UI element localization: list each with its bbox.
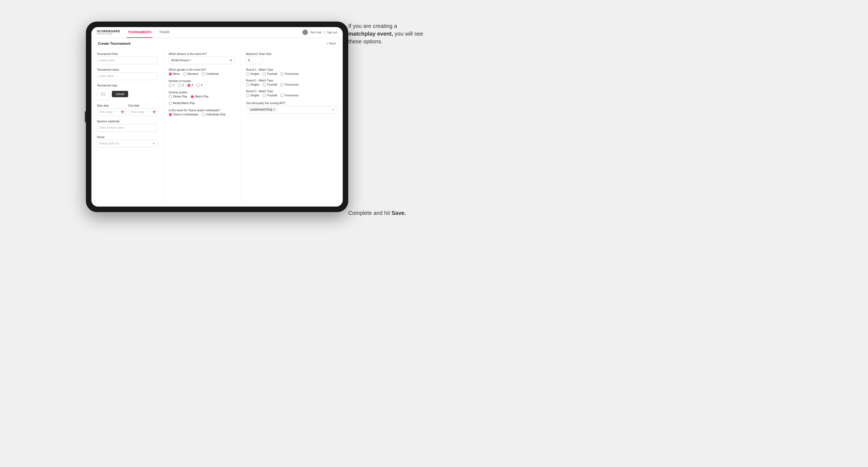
sponsor-label: Sponsor (optional) (97, 120, 157, 123)
chevron-down-icon: ▼ (153, 142, 155, 145)
footer-bar: Cancel Save (91, 206, 343, 207)
tournament-logo-group: Tournament logo Upload (97, 84, 157, 100)
navbar: SCOREBOARD Powered by clippit TOURNAMENT… (91, 27, 343, 38)
tab-teams[interactable]: TEAMS (158, 27, 171, 38)
r3-foursomes[interactable]: Foursomes (280, 94, 299, 97)
brand-title: SCOREBOARD (97, 30, 120, 33)
individuals-option[interactable]: Individuals Only (202, 113, 226, 116)
api-group: Use third-party live scoring API? Leader… (246, 102, 337, 114)
api-select-wrap[interactable]: Leaderboard King ✕ ▼ (246, 106, 337, 114)
nav-user-area: Test User | Sign out (302, 30, 337, 35)
tab-tournaments[interactable]: TOURNAMENTS (127, 27, 152, 38)
api-tag: Leaderboard King ✕ (249, 107, 277, 112)
scoring-stroke[interactable]: Stroke Play (169, 95, 187, 98)
r3-singles[interactable]: Singles (246, 94, 259, 97)
rounds-label: Number of rounds (169, 80, 235, 83)
r2-fourball[interactable]: Fourball (262, 83, 277, 87)
scoring-group: Scoring system Stroke Play Match Play Me… (169, 91, 235, 105)
r2-foursomes[interactable]: Foursomes (280, 83, 299, 87)
r2-singles[interactable]: Singles (246, 83, 259, 87)
round2-radio-group: Singles Fourball Foursomes (246, 83, 337, 87)
gender-womens[interactable]: Womens (183, 72, 198, 76)
r1-fourball[interactable]: Fourball (262, 72, 277, 76)
tournament-host-label: Tournament Host (97, 53, 157, 56)
venue-input[interactable] (97, 140, 157, 148)
tablet-screen: SCOREBOARD Powered by clippit TOURNAMENT… (91, 27, 343, 207)
r3-fourball[interactable]: Fourball (262, 94, 277, 97)
end-date-wrap: 📅 (128, 108, 157, 116)
max-team-size-input[interactable] (246, 57, 262, 64)
calendar-icon: 📅 (121, 111, 124, 114)
tablet-side-button (85, 111, 86, 122)
api-tag-remove[interactable]: ✕ (273, 108, 275, 111)
form-container: Tournament Host Tournament name Tourname… (91, 48, 343, 206)
round-4[interactable]: 4 (196, 84, 203, 87)
venue-group: Venue ▼ (97, 135, 157, 148)
nav-tabs: TOURNAMENTS TEAMS (127, 27, 302, 38)
tablet-frame: SCOREBOARD Powered by clippit TOURNAMENT… (86, 22, 348, 212)
upload-button[interactable]: Upload (112, 91, 128, 97)
date-row: Start date 📅 End date 📅 (97, 104, 157, 116)
division-group: Which division is the event for? NCAA Di… (169, 53, 235, 64)
division-label: Which division is the event for? (169, 53, 235, 56)
gender-mens[interactable]: Mens (169, 72, 180, 76)
tournament-host-group: Tournament Host (97, 53, 157, 64)
round2-match-type: Round 2 - Match Type Singles Fourball Fo… (246, 79, 337, 87)
round3-radio-group: Singles Fourball Foursomes (246, 94, 337, 97)
avatar (302, 30, 308, 35)
division-select[interactable]: NCAA Division I (169, 57, 235, 64)
max-team-size-group: Maximum Team Size (246, 53, 337, 64)
round1-radio-group: Singles Fourball Foursomes (246, 72, 337, 76)
round-1[interactable]: 1 (169, 84, 175, 87)
dates-group: Start date 📅 End date 📅 (97, 104, 157, 116)
start-date-field: Start date 📅 (97, 104, 126, 116)
page-header: Create Tournament Back (91, 38, 343, 48)
r1-singles[interactable]: Singles (246, 72, 259, 76)
rounds-radio-group: 1 2 3 4 (169, 84, 235, 87)
tournament-name-label: Tournament name (97, 68, 157, 71)
gender-radio-group: Mens Womens Combined (169, 72, 235, 76)
teams-label: Is this event for Teams and/or Individua… (169, 109, 235, 112)
logo-upload-area: Upload (97, 88, 157, 100)
scoring-match[interactable]: Match Play (191, 95, 209, 98)
user-name: Test User (310, 31, 322, 34)
venue-select-wrap: ▼ (97, 140, 157, 148)
nav-brand: SCOREBOARD Powered by clippit (97, 30, 120, 35)
api-dropdown-icon: ▼ (332, 108, 335, 111)
gender-combined[interactable]: Combined (202, 72, 219, 76)
tournament-host-input[interactable] (97, 57, 157, 64)
end-date-label: End date (128, 104, 157, 107)
scoring-medal[interactable]: Medal Match Play (169, 102, 195, 105)
round3-match-type-label: Round 3 - Match Type (246, 90, 337, 93)
scoring-radio-group: Stroke Play Match Play Medal Match Play (169, 95, 235, 105)
form-middle-column: Which division is the event for? NCAA Di… (163, 48, 241, 206)
gender-group: Which gender is the event for? Mens Wome… (169, 68, 235, 76)
round1-match-type: Round 1 - Match Type Singles Fourball Fo… (246, 68, 337, 76)
round1-match-type-label: Round 1 - Match Type (246, 68, 337, 71)
end-date-field: End date 📅 (128, 104, 157, 116)
tournament-logo-label: Tournament logo (97, 84, 157, 87)
teams-group: Is this event for Teams and/or Individua… (169, 109, 235, 116)
round-3[interactable]: 3 (187, 84, 193, 87)
api-tag-value: Leaderboard King (250, 108, 272, 111)
sponsor-group: Sponsor (optional) (97, 120, 157, 132)
rounds-group: Number of rounds 1 2 3 4 (169, 80, 235, 87)
logo-placeholder (97, 88, 109, 100)
tournament-name-group: Tournament name (97, 68, 157, 80)
api-label: Use third-party live scoring API? (246, 102, 337, 105)
venue-label: Venue (97, 135, 157, 138)
calendar-icon-end: 📅 (152, 111, 156, 114)
teams-radio-group: Teams (+Individuals) Individuals Only (169, 113, 235, 116)
pipe-separator: | (324, 31, 325, 34)
r1-foursomes[interactable]: Foursomes (280, 72, 299, 76)
scoring-label: Scoring system (169, 91, 235, 94)
brand-subtitle: Powered by clippit (97, 33, 120, 35)
teams-option[interactable]: Teams (+Individuals) (169, 113, 198, 116)
sign-out-link[interactable]: Sign out (327, 31, 337, 34)
round3-match-type: Round 3 - Match Type Singles Fourball Fo… (246, 90, 337, 97)
gender-label: Which gender is the event for? (169, 68, 235, 71)
tournament-name-input[interactable] (97, 72, 157, 80)
back-link[interactable]: Back (327, 42, 336, 45)
round-2[interactable]: 2 (178, 84, 184, 87)
sponsor-input[interactable] (97, 124, 157, 132)
